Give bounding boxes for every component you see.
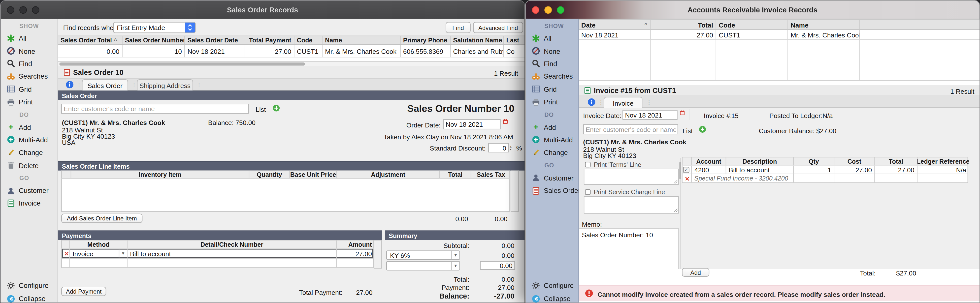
customer-search-input[interactable] [583, 124, 678, 134]
sidebar-item-customer[interactable]: Customer [1, 184, 57, 197]
horizontal-scrollbar[interactable] [58, 61, 525, 66]
sidebar-item-print[interactable]: Print [526, 95, 578, 108]
discount-input[interactable] [488, 143, 509, 152]
terms-textarea[interactable] [584, 169, 679, 185]
col-code[interactable]: Code [294, 36, 323, 44]
sidebar-item-invoice[interactable]: Invoice [1, 197, 57, 209]
sidebar-item-change[interactable]: Change [1, 146, 57, 159]
calendar-icon[interactable] [503, 119, 508, 124]
col-code[interactable]: Code [716, 20, 788, 30]
print-service-charge-checkbox[interactable] [585, 189, 591, 195]
item-total[interactable]: 27.00 [875, 166, 918, 174]
print-terms-checkbox[interactable] [585, 162, 591, 167]
sidebar-item-sales-order[interactable]: Sales Order [526, 184, 578, 197]
li-col-adjustment[interactable]: Adjustment [337, 171, 440, 178]
col-salutation-name[interactable]: Salutation Name [450, 36, 504, 44]
line-items-vscrollbar[interactable] [511, 171, 519, 212]
li-col-total[interactable]: Total [440, 171, 471, 178]
item-row[interactable]: ✓ 4200 Bill to account 1 27.00 27.00 N/a [682, 166, 968, 175]
customer-search-input[interactable] [61, 104, 249, 114]
item-ledger[interactable]: N/a [918, 166, 969, 174]
item-col-cost[interactable]: Cost [834, 157, 875, 165]
sidebar-item-all[interactable]: All [526, 32, 578, 44]
resize-grip-icon[interactable] [674, 180, 678, 184]
info-icon[interactable] [66, 81, 74, 89]
item-col-qty[interactable]: Qty [794, 157, 834, 165]
col-last[interactable]: Last [504, 36, 525, 44]
sidebar-item-collapse[interactable]: Collapse [526, 292, 578, 303]
payment-amount[interactable]: 27.00 [337, 249, 374, 258]
info-icon[interactable] [587, 98, 596, 106]
sidebar-item-change[interactable]: Change [526, 146, 578, 159]
col-date[interactable]: Date^ [579, 20, 651, 30]
menu-dots-icon[interactable]: ⋮ [76, 82, 82, 88]
sidebar-item-find[interactable]: Find [1, 57, 57, 70]
sidebar-item-grid[interactable]: Grid [1, 83, 57, 95]
sidebar-item-customer[interactable]: Customer [526, 171, 578, 184]
pane-scroll-thumb[interactable] [679, 162, 681, 179]
item-cost[interactable]: 27.00 [834, 166, 875, 174]
sidebar-item-grid[interactable]: Grid [526, 83, 578, 95]
list-label[interactable]: List [682, 127, 693, 134]
add-item-button[interactable]: Add [682, 268, 710, 277]
sidebar-item-searches[interactable]: Searches [526, 70, 578, 83]
col-sales-order-date[interactable]: Sales Order Date [185, 36, 244, 44]
tab-sales-order[interactable]: Sales Order [82, 79, 128, 90]
item-col-total[interactable]: Total [875, 157, 918, 165]
item-edit[interactable]: ✓ [682, 166, 692, 174]
sidebar-item-find[interactable]: Find [526, 57, 578, 70]
sidebar-item-multi-add[interactable]: Multi-Add [526, 133, 578, 146]
close-button[interactable] [7, 6, 14, 14]
right-titlebar[interactable]: Accounts Receivable Invoice Records [526, 1, 980, 20]
sidebar-item-configure[interactable]: Configure [526, 279, 578, 292]
stepper-icon[interactable]: ▴▾ [510, 143, 515, 152]
sidebar-item-collapse[interactable]: Collapse [1, 292, 57, 303]
item-qty[interactable]: 1 [794, 166, 834, 174]
tab-shipping-address[interactable]: Shipping Address [137, 79, 193, 90]
item-description[interactable]: Bill to account [726, 166, 794, 174]
sidebar-item-delete[interactable]: Delete [1, 159, 57, 171]
menu-dots-icon[interactable]: ⋮ [131, 82, 137, 88]
memo-box[interactable]: Sales Order Number: 10 [579, 228, 679, 269]
item-account[interactable]: 4200 [692, 166, 727, 174]
col-sales-order-number[interactable]: Sales Order Number [123, 36, 185, 44]
sidebar-item-add[interactable]: +Add [1, 121, 57, 133]
tax-rate-select[interactable]: KY 6%▾ [386, 251, 460, 260]
sidebar-item-multi-add[interactable]: Multi-Add [1, 133, 57, 146]
li-col-quantity[interactable]: Quantity [249, 171, 290, 178]
add-customer-plus-icon[interactable] [698, 125, 706, 133]
payment-empty-row[interactable] [61, 259, 374, 268]
record-row[interactable]: Nov 18 2021 27.00 CUST1 Mr. & Mrs. Charl… [579, 30, 980, 40]
payment-row[interactable]: × Invoice▾ Bill to account 27.00 [61, 249, 374, 259]
service-charge-textarea[interactable] [584, 196, 679, 214]
col-name[interactable]: Name [788, 20, 860, 30]
tax2-select[interactable]: ▾ [386, 261, 460, 271]
record-row[interactable]: 0.00 10 Nov 18 2021 27.00 CUST1 Mr. & Mr… [58, 45, 525, 57]
sidebar-item-configure[interactable]: Configure [1, 279, 57, 292]
sidebar-item-none[interactable]: None [526, 44, 578, 57]
resize-grip-icon[interactable] [674, 209, 678, 212]
menu-dots-icon[interactable]: ⋮ [196, 82, 202, 88]
close-button[interactable] [532, 6, 539, 14]
li-col-base-unit-price[interactable]: Base Unit Price [290, 171, 337, 178]
col-name[interactable]: Name [323, 36, 401, 44]
pay-col-method[interactable]: Method [70, 241, 127, 248]
item-col-description[interactable]: Description [726, 157, 794, 165]
find-button[interactable]: Find [445, 22, 471, 33]
menu-dots-icon[interactable]: ⋮ [598, 100, 604, 106]
add-payment-button[interactable]: Add Payment [61, 287, 106, 296]
payments-vscrollbar[interactable] [374, 240, 382, 268]
pay-col-detail[interactable]: Detail/Check Number [127, 241, 337, 248]
add-line-item-button[interactable]: Add Sales Order Line Item [61, 214, 142, 223]
payment-remove[interactable]: × [62, 249, 70, 258]
sidebar-item-all[interactable]: All [1, 32, 57, 44]
payment-detail[interactable]: Bill to account [127, 249, 337, 258]
col-sales-order-total[interactable]: Sales Order Total^ [58, 36, 123, 44]
item-remove[interactable]: × [682, 175, 692, 182]
tab-invoice[interactable]: Invoice [604, 97, 642, 108]
list-label[interactable]: List [256, 106, 266, 113]
scrollbar-thumb[interactable] [59, 62, 305, 66]
add-customer-plus-icon[interactable] [272, 105, 280, 112]
sidebar-item-none[interactable]: None [1, 44, 57, 57]
left-titlebar[interactable]: Sales Order Records [1, 1, 525, 20]
